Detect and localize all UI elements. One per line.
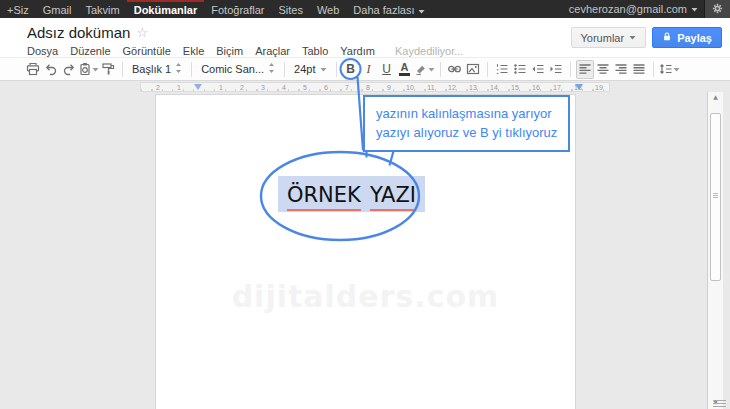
updown-icon <box>268 62 275 76</box>
ruler-number: 3 <box>261 83 265 93</box>
ruler-number: 17 <box>553 83 561 93</box>
link-icon <box>447 62 462 76</box>
indent-button[interactable] <box>547 60 565 79</box>
toolbar-separator <box>440 62 441 77</box>
gear-icon <box>711 2 724 17</box>
ruler-number: 1 <box>219 83 223 93</box>
account-menu[interactable]: cevherozan@gmail.com <box>569 3 704 15</box>
align-right-button[interactable] <box>612 60 630 79</box>
underline-button[interactable]: U <box>378 60 396 79</box>
highlight-color-button[interactable] <box>414 60 435 79</box>
highlight-icon <box>414 62 428 76</box>
topbar-right: cevherozan@gmail.com <box>569 0 730 18</box>
numbered-list-icon <box>495 62 509 76</box>
caret-down-icon <box>320 67 327 72</box>
caret-down-icon <box>691 7 698 12</box>
document-title[interactable]: Adsız doküman <box>27 24 130 41</box>
ruler-number: 13 <box>469 83 477 93</box>
outdent-button[interactable] <box>529 60 547 79</box>
ruler-number: 2 <box>240 83 244 93</box>
web-clipboard-button[interactable] <box>78 60 99 79</box>
left-indent-marker[interactable] <box>194 84 202 90</box>
caret-down-icon <box>418 9 425 14</box>
justify-button[interactable] <box>630 60 648 79</box>
nav-item-daha-fazlasi[interactable]: Daha fazlası <box>346 0 431 18</box>
vertical-scrollbar[interactable]: ▲ ▼ <box>707 92 723 409</box>
scroll-up-arrow[interactable]: ▲ <box>708 92 723 102</box>
annotation-callout: yazının kalınlaşmasına yarıyor yazıyı al… <box>363 95 570 152</box>
ruler-number: 4 <box>282 83 286 93</box>
ruler-number: 5 <box>303 83 307 93</box>
font-size-value: 24pt <box>294 63 315 75</box>
font-value: Comic San... <box>201 63 264 75</box>
paint-format-button[interactable] <box>99 60 117 79</box>
lock-icon <box>662 31 672 44</box>
italic-button[interactable]: I <box>360 60 378 79</box>
share-button[interactable]: Paylaş <box>652 27 722 48</box>
align-left-button[interactable] <box>576 60 594 79</box>
toolbar-separator <box>122 62 123 77</box>
insert-image-button[interactable] <box>464 60 482 79</box>
redo-button[interactable] <box>60 60 78 79</box>
outdent-icon <box>531 62 545 76</box>
caret-down-icon <box>673 67 680 72</box>
ruler-number: 11 <box>427 83 434 93</box>
nav-item-siz[interactable]: +Siz <box>0 0 36 18</box>
scrollbar-thumb[interactable] <box>710 113 721 281</box>
star-icon[interactable]: ☆ <box>136 26 148 39</box>
redo-icon <box>62 62 76 76</box>
toolbar-separator <box>191 62 192 77</box>
line-spacing-icon <box>659 62 673 76</box>
nav-item-sites[interactable]: Sites <box>271 0 309 18</box>
ruler-number: 14 <box>490 83 498 93</box>
image-icon <box>466 62 480 76</box>
callout-line-2: yazıyı alıyoruz ve B yi tıklıyoruz <box>376 123 568 142</box>
selected-word: ÖRNEK <box>287 183 361 211</box>
updown-icon <box>175 62 182 76</box>
toolbar-separator <box>336 62 337 77</box>
watermark: dijitalders.com <box>156 279 575 314</box>
selected-text[interactable]: ÖRNEKYAZI <box>278 176 425 212</box>
ruler-number: 19 <box>595 83 603 93</box>
callout-line-1: yazının kalınlaşmasına yarıyor <box>376 104 568 123</box>
nav-item-web[interactable]: Web <box>310 0 346 18</box>
selected-word: YAZI <box>370 183 416 211</box>
ruler-number: 12 <box>448 83 456 93</box>
align-center-button[interactable] <box>594 60 612 79</box>
google-bar: +Siz Gmail Takvim Dokümanlar Fotoğraflar… <box>0 0 730 18</box>
nav-item-dokumanlar[interactable]: Dokümanlar <box>127 0 205 18</box>
right-indent-marker[interactable] <box>575 84 583 90</box>
bulleted-list-button[interactable] <box>511 60 529 79</box>
ruler-number: 1 <box>177 83 181 93</box>
ruler: 2112345678910111213141516171819 <box>140 82 610 92</box>
line-spacing-button[interactable] <box>659 60 680 79</box>
print-button[interactable] <box>24 60 42 79</box>
insert-link-button[interactable] <box>446 60 464 79</box>
justify-icon <box>632 62 646 76</box>
comments-button[interactable]: Yorumlar <box>571 27 647 48</box>
scroll-corner-widget[interactable] <box>713 400 726 407</box>
settings-button[interactable] <box>704 0 730 18</box>
font-size-dropdown[interactable]: 24pt <box>290 60 330 79</box>
google-docs-window: +Siz Gmail Takvim Dokümanlar Fotoğraflar… <box>0 0 730 409</box>
text-color-button[interactable]: A <box>396 60 414 79</box>
formatting-toolbar: Başlık 1 Comic San... 24pt B I U A <box>0 57 730 81</box>
nav-item-fotograflar[interactable]: Fotoğraflar <box>204 0 271 18</box>
style-value: Başlık 1 <box>132 63 171 75</box>
text-color-bar <box>399 73 410 76</box>
ruler-number: 9 <box>387 83 391 93</box>
numbered-list-button[interactable] <box>493 60 511 79</box>
font-family-dropdown[interactable]: Comic San... <box>197 60 279 79</box>
caret-down-icon <box>629 35 636 40</box>
web-clipboard-icon <box>78 62 92 76</box>
paragraph-style-dropdown[interactable]: Başlık 1 <box>128 60 186 79</box>
nav-item-gmail[interactable]: Gmail <box>36 0 79 18</box>
indent-icon <box>549 62 563 76</box>
undo-button[interactable] <box>42 60 60 79</box>
toolbar-separator <box>653 62 654 77</box>
align-left-icon <box>578 62 592 76</box>
bold-button[interactable]: B <box>342 60 360 79</box>
share-label: Paylaş <box>677 32 712 44</box>
caret-down-icon <box>92 67 99 72</box>
nav-item-takvim[interactable]: Takvim <box>78 0 126 18</box>
